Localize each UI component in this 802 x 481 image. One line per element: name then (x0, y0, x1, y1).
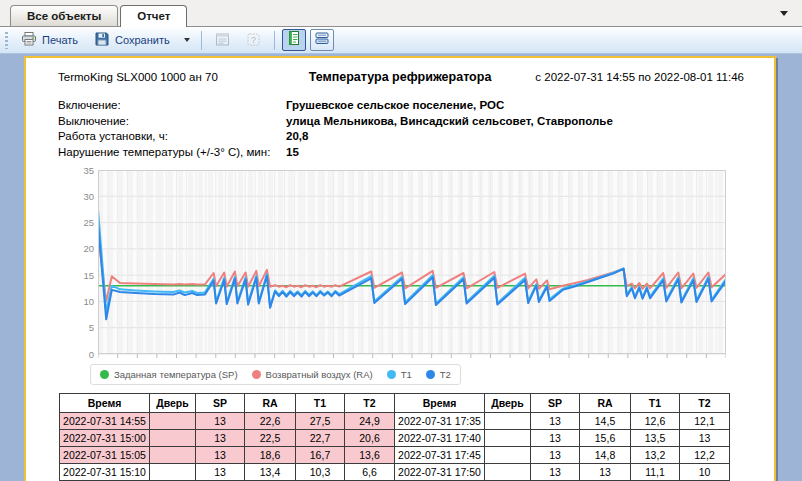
info-label: Выключение: (58, 114, 286, 130)
table-row: 2022-07-31 15:101313,410,36,62022-07-31 … (60, 464, 730, 481)
info-label: Работа установки, ч: (58, 129, 286, 145)
info-value: 15 (286, 145, 299, 161)
save-button[interactable]: Сохранить (87, 28, 177, 52)
y-axis-tick-label: 5 (66, 322, 94, 333)
table-cell: 13,5 (631, 430, 680, 447)
table-cell: 12,2 (680, 447, 730, 464)
y-axis-tick-label: 35 (66, 165, 94, 176)
table-cell: 2022-07-31 15:10 (60, 464, 150, 481)
svg-text:?: ? (251, 35, 256, 45)
chart-series-svg (98, 170, 726, 360)
table-cell: 13,2 (631, 447, 680, 464)
table-cell: 22,5 (245, 430, 296, 447)
printer-icon (21, 31, 37, 49)
save-button-label: Сохранить (115, 34, 170, 46)
table-cell: 24,9 (345, 413, 395, 430)
y-axis-tick-label: 25 (66, 217, 94, 228)
single-page-view-button[interactable] (282, 29, 306, 51)
table-cell: 10,3 (296, 464, 345, 481)
toolbar-grip[interactable] (5, 32, 8, 49)
table-header-cell: T2 (680, 394, 730, 413)
chart-plot-area (98, 170, 726, 360)
table-cell: 13,4 (245, 464, 296, 481)
table-cell (150, 464, 196, 481)
table-header-row: ВремяДверьSPRAT1T2ВремяДверьSPRAT1T2 (60, 394, 730, 413)
table-cell: 13 (196, 464, 245, 481)
table-cell: 22,7 (296, 430, 345, 447)
table-header-cell: RA (580, 394, 631, 413)
table-cell: 2022-07-31 17:40 (395, 430, 485, 447)
table-cell: 13,6 (345, 447, 395, 464)
report-page: TermoKing SLX000 1000 ан 70 Температура … (24, 56, 776, 481)
table-header-cell: SP (531, 394, 580, 413)
y-axis-tick-label: 10 (66, 296, 94, 307)
green-document-icon (287, 30, 301, 50)
legend-label: Возвратный воздух (RA) (266, 369, 373, 380)
legend-label: T2 (440, 369, 451, 380)
table-cell: 2022-07-31 14:55 (60, 413, 150, 430)
table-cell: 2022-07-31 17:45 (395, 447, 485, 464)
info-value: улица Мельникова, Винсадский сельсовет, … (286, 114, 613, 130)
table-cell: 13 (531, 464, 580, 481)
legend-label: T1 (401, 369, 412, 380)
table-cell: 14,8 (580, 447, 631, 464)
y-axis-tick-label: 15 (66, 270, 94, 281)
table-cell: 13 (531, 430, 580, 447)
y-axis-tick-label: 0 (66, 349, 94, 360)
table-cell: 2022-07-31 17:35 (395, 413, 485, 430)
tab-list-chevron-down-icon[interactable] (780, 11, 788, 16)
legend-dot-icon (252, 370, 261, 379)
table-row: 2022-07-31 15:051318,616,713,62022-07-31… (60, 447, 730, 464)
table-header-cell: Дверь (485, 394, 531, 413)
help-icon: ? (246, 32, 261, 49)
tab-all-objects[interactable]: Все объекты (10, 5, 118, 26)
save-dropdown-button[interactable] (179, 35, 195, 45)
measurements-table: ВремяДверьSPRAT1T2ВремяДверьSPRAT1T22022… (59, 393, 730, 481)
tab-report[interactable]: Отчет (120, 5, 187, 27)
table-cell (485, 430, 531, 447)
table-cell: 22,6 (245, 413, 296, 430)
table-cell: 10 (680, 464, 730, 481)
table-header-cell: Дверь (150, 394, 196, 413)
table-cell: 18,6 (245, 447, 296, 464)
report-form-icon (215, 32, 230, 49)
table-cell: 6,6 (345, 464, 395, 481)
table-cell: 13 (196, 413, 245, 430)
table-cell (485, 464, 531, 481)
table-cell: 15,6 (580, 430, 631, 447)
toolbar: Печать Сохранить (0, 27, 802, 54)
table-cell: 12,1 (680, 413, 730, 430)
report-title: Температура рефрижератора (226, 70, 574, 84)
print-button[interactable]: Печать (14, 28, 85, 52)
info-value: Грушевское сельское поселение, РОС (286, 98, 504, 114)
table-row: 2022-07-31 15:001322,522,720,62022-07-31… (60, 430, 730, 447)
table-cell: 2022-07-31 15:00 (60, 430, 150, 447)
multi-page-view-button[interactable] (310, 29, 334, 51)
legend-item: T2 (426, 369, 451, 380)
table-cell: 13 (196, 447, 245, 464)
stacked-pages-icon (314, 30, 330, 50)
table-cell: 12,6 (631, 413, 680, 430)
report-settings-button[interactable] (208, 29, 237, 52)
table-header-cell: T1 (296, 394, 345, 413)
table-cell: 14,5 (580, 413, 631, 430)
y-axis-tick-label: 20 (66, 243, 94, 254)
table-cell (485, 413, 531, 430)
table-cell: 13 (580, 464, 631, 481)
table-cell: 27,5 (296, 413, 345, 430)
report-period: с 2022-07-31 14:55 по 2022-08-01 11:46 (535, 71, 744, 83)
info-label: Включение: (58, 98, 286, 114)
table-cell: 2022-07-31 17:50 (395, 464, 485, 481)
table-header-cell: T2 (345, 394, 395, 413)
table-header-cell: RA (245, 394, 296, 413)
legend-dot-icon (387, 370, 396, 379)
legend-label: Заданная температура (SP) (114, 369, 238, 380)
legend-dot-icon (100, 370, 109, 379)
table-cell: 20,6 (345, 430, 395, 447)
table-header-cell: Время (395, 394, 485, 413)
legend-dot-icon (426, 370, 435, 379)
help-button[interactable]: ? (239, 29, 268, 52)
table-header-cell: T1 (631, 394, 680, 413)
table-cell (150, 413, 196, 430)
table-cell: 13 (680, 430, 730, 447)
